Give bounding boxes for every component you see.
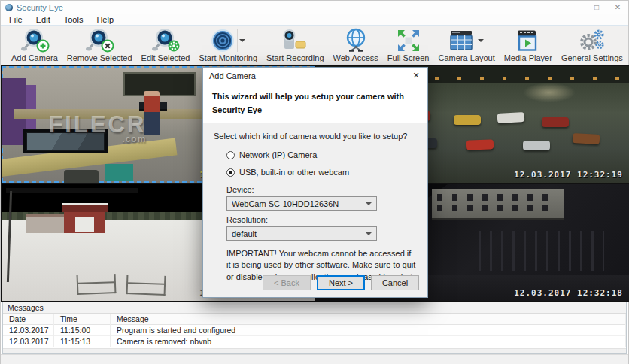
dialog-header: This wizard will help you setup your cam…	[203, 83, 427, 123]
office-wall-board	[123, 72, 196, 97]
remove-selected-label: Remove Selected	[67, 53, 132, 62]
car	[466, 139, 493, 150]
start-monitoring-dropdown-arrow[interactable]	[237, 29, 246, 52]
message-text: Camera is removed: nbvnb	[111, 336, 626, 347]
camera-layout-grid-icon	[448, 28, 474, 53]
app-window: Security Eye — □ ✕ File Edit Tools Help	[0, 0, 629, 364]
start-recording-icon	[281, 28, 308, 53]
dialog-buttons: < Back Next > Cancel	[263, 275, 419, 290]
window-title: Security Eye	[17, 3, 63, 12]
courtyard-fence	[479, 231, 603, 271]
add-camera-dialog: Add Camera ✕ This wizard will help you s…	[202, 67, 428, 298]
courtyard-building	[432, 189, 564, 220]
media-player-label: Media Player	[504, 53, 552, 62]
remove-selected-button[interactable]: Remove Selected	[62, 28, 137, 62]
radio-network-ip-camera[interactable]: Network (IP) Camera	[226, 150, 417, 159]
add-camera-label: Add Camera	[11, 53, 58, 62]
next-button[interactable]: Next >	[317, 275, 365, 290]
watermark: FILECR .com	[48, 111, 146, 144]
radio-network-label: Network (IP) Camera	[239, 150, 317, 159]
maximize-button[interactable]: □	[586, 1, 607, 14]
status-bar	[1, 354, 628, 364]
radio-icon[interactable]	[226, 151, 235, 159]
courtyard-window-row	[437, 194, 558, 201]
edit-camera-icon	[150, 28, 181, 53]
camera-layout-label: Camera Layout	[438, 53, 494, 62]
message-row[interactable]: 12.03.2017 11:15:00 Program is started a…	[3, 325, 626, 336]
start-recording-label: Start Recording	[266, 53, 324, 62]
column-header-message[interactable]: Message	[111, 314, 626, 325]
menu-help[interactable]: Help	[90, 14, 120, 25]
chevron-down-icon	[366, 232, 372, 235]
parking-lamp-glow	[523, 83, 576, 102]
dialog-title: Add Camera	[209, 71, 256, 80]
dialog-heading: This wizard will help you setup your cam…	[212, 92, 404, 114]
column-header-date[interactable]: Date	[3, 314, 54, 325]
app-icon	[5, 4, 13, 11]
dialog-title-bar: Add Camera ✕	[203, 68, 427, 83]
message-time: 11:15:00	[54, 325, 111, 336]
camera-timestamp: 12.03.2017 12:32:19	[514, 170, 623, 180]
radio-usb-webcam[interactable]: USB, built-in or other webcam	[226, 168, 417, 177]
camera-layout-button[interactable]: Camera Layout	[433, 28, 499, 62]
message-date: 12.03.2017	[3, 325, 54, 336]
car	[454, 115, 481, 125]
camera-layout-dropdown-arrow[interactable]	[476, 29, 485, 52]
resolution-select[interactable]: default	[226, 226, 377, 241]
message-row[interactable]: 12.03.2017 11:15:13 Camera is removed: n…	[3, 336, 626, 347]
dialog-body: Select which kind of camera would you li…	[203, 123, 427, 283]
settings-gears-icon	[579, 28, 606, 53]
minimize-button[interactable]: —	[565, 1, 586, 14]
web-access-button[interactable]: Web Access	[329, 28, 383, 62]
messages-panel: Messages Date Time Message 12.03.2017 11…	[2, 302, 627, 354]
start-monitoring-button[interactable]: Start Monitoring	[194, 28, 262, 62]
edit-selected-button[interactable]: Edit Selected	[137, 28, 195, 62]
office-person	[144, 91, 160, 135]
office-cabinet	[105, 164, 132, 181]
web-access-label: Web Access	[333, 53, 378, 62]
resolution-select-value: default	[232, 229, 366, 238]
start-recording-button[interactable]: Start Recording	[262, 28, 328, 62]
window-controls: — □ ✕	[565, 1, 628, 14]
device-select[interactable]: WebCam SC-10HDD12636N	[226, 196, 377, 211]
menu-tools[interactable]: Tools	[57, 14, 90, 25]
full-screen-arrows-icon	[396, 28, 421, 53]
menu-file[interactable]: File	[2, 14, 29, 25]
snow-shed	[26, 214, 64, 233]
message-text: Program is started and configured	[111, 325, 626, 336]
menu-edit[interactable]: Edit	[29, 14, 57, 25]
full-screen-label: Full Screen	[387, 53, 430, 62]
camera-timestamp: 12.03.2017 12:32:18	[514, 288, 623, 298]
start-monitoring-icon	[210, 28, 235, 53]
start-monitoring-label: Start Monitoring	[199, 53, 257, 62]
web-access-globe-icon	[343, 28, 369, 53]
car	[542, 117, 569, 127]
message-time: 11:15:13	[54, 336, 111, 347]
car	[523, 141, 550, 150]
edit-selected-label: Edit Selected	[141, 53, 190, 62]
remove-camera-icon	[84, 28, 114, 53]
column-header-time[interactable]: Time	[54, 314, 111, 325]
add-camera-button[interactable]: Add Camera	[7, 28, 62, 62]
horizontal-scrollbar[interactable]	[3, 348, 626, 353]
full-screen-button[interactable]: Full Screen	[383, 28, 434, 62]
dialog-question: Select which kind of camera would you li…	[214, 132, 417, 141]
snow-red-house	[64, 210, 105, 233]
car	[497, 112, 525, 123]
title-bar: Security Eye — □ ✕	[1, 1, 628, 14]
close-button[interactable]: ✕	[607, 1, 628, 14]
menu-bar: File Edit Tools Help	[1, 14, 628, 26]
media-player-button[interactable]: Media Player	[500, 28, 557, 62]
cancel-button[interactable]: Cancel	[371, 275, 419, 290]
office-chair	[64, 170, 99, 183]
general-settings-button[interactable]: General Settings	[557, 28, 627, 62]
add-camera-icon	[20, 28, 50, 53]
messages-header-row: Date Time Message	[3, 314, 626, 325]
media-player-icon	[515, 28, 541, 53]
camera-osd-text	[6, 188, 138, 193]
courtyard-window-row	[437, 205, 558, 212]
radio-icon-selected[interactable]	[226, 168, 235, 177]
messages-panel-title: Messages	[3, 302, 626, 314]
dialog-close-icon[interactable]: ✕	[405, 68, 427, 83]
device-label: Device:	[226, 185, 417, 194]
